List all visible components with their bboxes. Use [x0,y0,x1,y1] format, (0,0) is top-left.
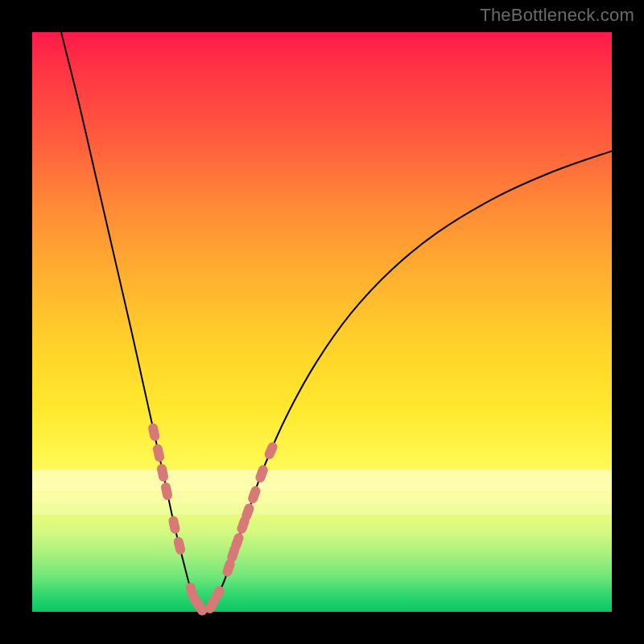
curve-marker [246,485,262,505]
chart-frame: TheBottleneck.com [0,0,644,644]
curve-marker [152,444,165,463]
curve-marker [156,463,169,482]
bottleneck-curve-right [212,151,612,605]
bottleneck-curve-left [61,32,200,607]
curve-marker [160,481,173,501]
marker-group [147,423,279,617]
watermark-text: TheBottleneck.com [480,5,634,26]
curve-marker [167,515,180,535]
curve-layer [32,32,612,612]
plot-area [32,32,612,612]
curve-marker [263,440,279,460]
curve-marker [254,464,270,484]
curve-marker [172,536,186,555]
curve-marker [147,423,160,442]
